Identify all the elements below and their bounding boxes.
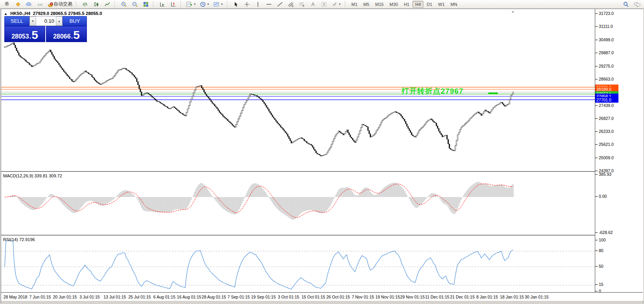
auto-trading-button-label: 自动交易 (53, 1, 72, 7)
toolbar-separator (76, 1, 78, 7)
period-menu-button[interactable]: ▼ (198, 0, 211, 8)
zoom-in-icon[interactable] (118, 0, 129, 8)
candlestick-chart-icon[interactable] (91, 0, 101, 8)
price-tick-25009: 25009.0 (599, 155, 614, 160)
time-tick: 29 Nov 01:15 (400, 295, 425, 299)
line-chart-icon[interactable] (102, 0, 112, 8)
up-candles (6, 43, 513, 156)
chart-title: ▲ HK50-,H4 27929.0 28065.5 27845.5 28055… (4, 11, 102, 16)
top-toolbar: 单自动交易▼▼▼EFAT▼M1M5M15M30H1H4D1W1MN (0, 0, 644, 9)
rsi-indicator-panel[interactable]: RSI(14) 72.9196 (1, 235, 595, 292)
time-tick: 30 Jan 01:15 (525, 295, 549, 299)
collapse-arrow-icon[interactable]: ▲ (4, 12, 7, 16)
arrows-tool-button[interactable]: ▼ (330, 0, 343, 8)
timeframe-m1-button[interactable]: M1 (349, 1, 360, 8)
ohlc-low: 27845.5 (68, 11, 85, 16)
svg-text:F: F (303, 5, 304, 7)
new-order-button[interactable]: 单 (2, 0, 12, 8)
svg-text:T: T (323, 2, 326, 6)
time-tick: 3 Oct 01:15 (278, 295, 299, 299)
arrows-tool-button-caret-icon[interactable]: ▼ (339, 3, 341, 6)
volume-up-button[interactable]: ▲ (56, 17, 63, 26)
time-tick: 7 Jun 01:15 (29, 295, 51, 299)
toolbar-separator (180, 1, 182, 7)
timeframe-d1-button[interactable]: D1 (424, 1, 435, 8)
chart-shift-marker[interactable]: ▲ (511, 9, 515, 13)
buy-button[interactable]: BUY (63, 16, 87, 26)
candle-wicks (5, 42, 513, 157)
timeframe-m5-button[interactable]: M5 (361, 1, 372, 8)
text-tool-button[interactable]: A (308, 0, 318, 8)
chart-shift-icon[interactable] (168, 0, 178, 8)
bar-chart-icon[interactable] (80, 0, 90, 8)
new-chart-button-caret-icon[interactable]: ▼ (193, 3, 196, 6)
green-trend-segment[interactable] (488, 93, 498, 94)
down-candles (4, 43, 505, 156)
price-tick-29887: 29887.0 (599, 50, 614, 55)
price-tick-31723: 31723.0 (599, 11, 614, 16)
profiles-menu-button-caret-icon[interactable]: ▼ (221, 3, 223, 6)
time-tick: 11 Dec 01:15 (425, 295, 449, 299)
period-menu-button-caret-icon[interactable]: ▼ (207, 3, 210, 6)
volume-stepper: ▼ ▲ (29, 16, 63, 26)
sell-price-big: 5 (31, 29, 38, 41)
timeframe-h4-button[interactable]: H4 (412, 1, 423, 8)
auto-trading-button[interactable]: 自动交易 (46, 0, 74, 8)
trendline-tool-button[interactable] (275, 0, 285, 8)
turning-point-annotation[interactable]: 打开转折点27967 (401, 86, 464, 96)
toolbar-separator (114, 1, 116, 7)
sell-button[interactable]: SELL (4, 16, 29, 26)
search-icon[interactable] (620, 0, 631, 8)
cloud-icon[interactable] (24, 0, 34, 8)
rsi-tick-50: 50 (599, 264, 604, 269)
rsi-tick-15: 15 (599, 282, 604, 287)
crosshair-tool-button[interactable] (242, 0, 252, 8)
tile-windows-icon[interactable] (140, 0, 151, 8)
horizontal-line-tool-button[interactable] (264, 0, 274, 8)
sell-price[interactable]: 28053 . 5 (4, 26, 45, 42)
toolbar-separator (153, 1, 155, 7)
candlestick-chart-panel[interactable]: ▲ HK50-,H4 27929.0 28065.5 27845.5 28055… (1, 9, 595, 171)
history-icon[interactable] (13, 0, 23, 8)
profiles-menu-button[interactable]: ▼ (212, 0, 225, 8)
equidistant-channel-tool-button[interactable]: E (286, 0, 296, 8)
timeframe-mn-button[interactable]: MN (448, 1, 460, 8)
bottom-strip (1, 301, 643, 304)
signal-icon[interactable] (35, 0, 45, 8)
macd-tick--628.62: -628.62 (599, 230, 613, 235)
ohlc-close: 28055.0 (86, 11, 102, 16)
timeframe-h1-button[interactable]: H1 (401, 1, 412, 8)
volume-down-button[interactable]: ▼ (29, 17, 36, 26)
price-tick-27439: 27439.0 (599, 103, 614, 108)
price-tick-25621: 25621.0 (599, 142, 614, 147)
cursor-tool-button[interactable] (231, 0, 241, 8)
price-axis[interactable]: 31723.031111.030499.029887.029275.028663… (595, 9, 643, 301)
zoom-out-icon[interactable] (129, 0, 140, 8)
candlestick-chart[interactable] (1, 9, 595, 171)
time-tick: 3 Jul 01:15 (79, 295, 99, 299)
fibonacci-tool-button[interactable]: F (297, 0, 307, 8)
rsi-chart (1, 236, 595, 292)
auto-scroll-icon[interactable] (157, 0, 167, 8)
macd-label: MACD(12,26,9) 339.81 309.72 (3, 173, 62, 178)
timeframe-m30-button[interactable]: M30 (387, 1, 401, 8)
time-tick: 28 May 2018 (4, 295, 28, 299)
new-chart-button[interactable]: ▼ (184, 0, 198, 8)
symbol-label: HK50-,H4 (10, 11, 30, 16)
chat-icon[interactable] (631, 0, 642, 8)
timeframe-m15-button[interactable]: M15 (372, 1, 386, 8)
ohlc-high: 28065.5 (50, 11, 67, 16)
buy-price[interactable]: 28066 . 5 (46, 26, 87, 42)
toolbar-separator (345, 1, 347, 7)
timeframe-w1-button[interactable]: W1 (435, 1, 447, 8)
macd-indicator-panel[interactable]: MACD(12,26,9) 339.81 309.72 (1, 171, 595, 235)
time-axis[interactable]: 28 May 20187 Jun 01:1520 Jun 01:153 Jul … (1, 292, 643, 301)
time-tick: 20 Jun 01:15 (53, 295, 77, 299)
time-tick: 19 Nov 01:15 (375, 295, 400, 299)
macd-chart (1, 172, 595, 235)
chart-window: ▲ HK50-,H4 27929.0 28065.5 27845.5 28055… (1, 9, 643, 303)
vertical-line-tool-button[interactable] (253, 0, 263, 8)
text-label-tool-button[interactable]: T (319, 0, 329, 8)
volume-input[interactable] (36, 17, 56, 26)
time-tick: 13 Jul 01:15 (103, 295, 126, 299)
